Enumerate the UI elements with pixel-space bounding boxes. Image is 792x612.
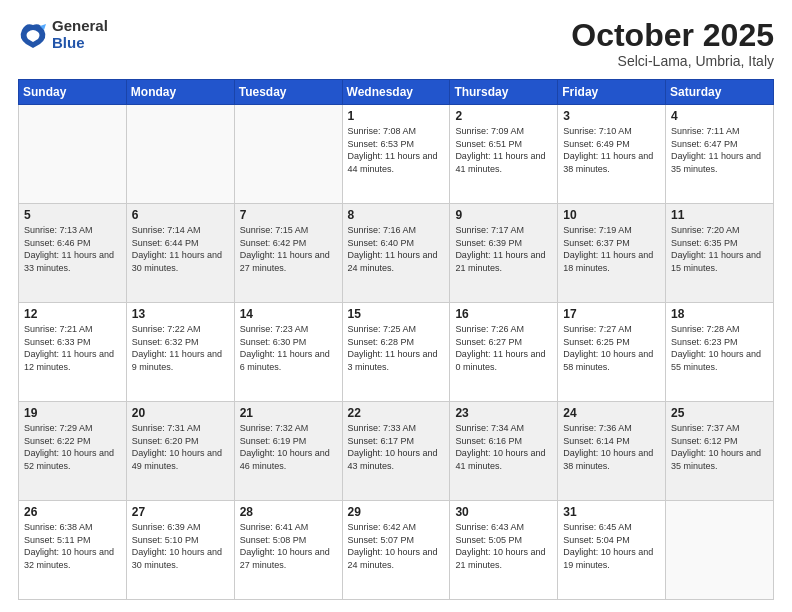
day-info: Sunrise: 7:37 AM Sunset: 6:12 PM Dayligh… <box>671 422 768 472</box>
day-number: 26 <box>24 505 121 519</box>
table-row: 16Sunrise: 7:26 AM Sunset: 6:27 PM Dayli… <box>450 303 558 402</box>
day-info: Sunrise: 7:21 AM Sunset: 6:33 PM Dayligh… <box>24 323 121 373</box>
day-info: Sunrise: 7:20 AM Sunset: 6:35 PM Dayligh… <box>671 224 768 274</box>
location-text: Selci-Lama, Umbria, Italy <box>571 53 774 69</box>
table-row: 20Sunrise: 7:31 AM Sunset: 6:20 PM Dayli… <box>126 402 234 501</box>
day-info: Sunrise: 6:45 AM Sunset: 5:04 PM Dayligh… <box>563 521 660 571</box>
day-info: Sunrise: 7:33 AM Sunset: 6:17 PM Dayligh… <box>348 422 445 472</box>
day-number: 2 <box>455 109 552 123</box>
day-info: Sunrise: 7:13 AM Sunset: 6:46 PM Dayligh… <box>24 224 121 274</box>
day-info: Sunrise: 6:38 AM Sunset: 5:11 PM Dayligh… <box>24 521 121 571</box>
day-number: 22 <box>348 406 445 420</box>
table-row: 18Sunrise: 7:28 AM Sunset: 6:23 PM Dayli… <box>666 303 774 402</box>
day-number: 19 <box>24 406 121 420</box>
day-number: 31 <box>563 505 660 519</box>
day-info: Sunrise: 7:09 AM Sunset: 6:51 PM Dayligh… <box>455 125 552 175</box>
day-number: 15 <box>348 307 445 321</box>
day-info: Sunrise: 7:26 AM Sunset: 6:27 PM Dayligh… <box>455 323 552 373</box>
day-info: Sunrise: 7:08 AM Sunset: 6:53 PM Dayligh… <box>348 125 445 175</box>
day-info: Sunrise: 7:14 AM Sunset: 6:44 PM Dayligh… <box>132 224 229 274</box>
table-row: 21Sunrise: 7:32 AM Sunset: 6:19 PM Dayli… <box>234 402 342 501</box>
logo: General Blue <box>18 18 108 51</box>
day-info: Sunrise: 7:29 AM Sunset: 6:22 PM Dayligh… <box>24 422 121 472</box>
table-row: 2Sunrise: 7:09 AM Sunset: 6:51 PM Daylig… <box>450 105 558 204</box>
day-number: 16 <box>455 307 552 321</box>
table-row <box>234 105 342 204</box>
logo-general-text: General <box>52 18 108 35</box>
day-info: Sunrise: 7:17 AM Sunset: 6:39 PM Dayligh… <box>455 224 552 274</box>
table-row: 14Sunrise: 7:23 AM Sunset: 6:30 PM Dayli… <box>234 303 342 402</box>
day-number: 14 <box>240 307 337 321</box>
day-info: Sunrise: 7:34 AM Sunset: 6:16 PM Dayligh… <box>455 422 552 472</box>
day-info: Sunrise: 7:32 AM Sunset: 6:19 PM Dayligh… <box>240 422 337 472</box>
day-number: 17 <box>563 307 660 321</box>
page: General Blue October 2025 Selci-Lama, Um… <box>0 0 792 612</box>
day-number: 20 <box>132 406 229 420</box>
th-friday: Friday <box>558 80 666 105</box>
logo-icon <box>18 20 48 50</box>
day-number: 7 <box>240 208 337 222</box>
day-info: Sunrise: 7:11 AM Sunset: 6:47 PM Dayligh… <box>671 125 768 175</box>
table-row: 10Sunrise: 7:19 AM Sunset: 6:37 PM Dayli… <box>558 204 666 303</box>
table-row: 22Sunrise: 7:33 AM Sunset: 6:17 PM Dayli… <box>342 402 450 501</box>
table-row: 3Sunrise: 7:10 AM Sunset: 6:49 PM Daylig… <box>558 105 666 204</box>
day-number: 29 <box>348 505 445 519</box>
table-row: 29Sunrise: 6:42 AM Sunset: 5:07 PM Dayli… <box>342 501 450 600</box>
table-row: 30Sunrise: 6:43 AM Sunset: 5:05 PM Dayli… <box>450 501 558 600</box>
table-row <box>126 105 234 204</box>
day-number: 25 <box>671 406 768 420</box>
table-row: 8Sunrise: 7:16 AM Sunset: 6:40 PM Daylig… <box>342 204 450 303</box>
table-row: 27Sunrise: 6:39 AM Sunset: 5:10 PM Dayli… <box>126 501 234 600</box>
table-row: 13Sunrise: 7:22 AM Sunset: 6:32 PM Dayli… <box>126 303 234 402</box>
th-tuesday: Tuesday <box>234 80 342 105</box>
day-info: Sunrise: 7:19 AM Sunset: 6:37 PM Dayligh… <box>563 224 660 274</box>
day-info: Sunrise: 7:36 AM Sunset: 6:14 PM Dayligh… <box>563 422 660 472</box>
weekday-header-row: Sunday Monday Tuesday Wednesday Thursday… <box>19 80 774 105</box>
day-info: Sunrise: 6:41 AM Sunset: 5:08 PM Dayligh… <box>240 521 337 571</box>
table-row: 25Sunrise: 7:37 AM Sunset: 6:12 PM Dayli… <box>666 402 774 501</box>
table-row <box>666 501 774 600</box>
month-title: October 2025 <box>571 18 774 53</box>
table-row: 1Sunrise: 7:08 AM Sunset: 6:53 PM Daylig… <box>342 105 450 204</box>
th-saturday: Saturday <box>666 80 774 105</box>
day-number: 24 <box>563 406 660 420</box>
day-number: 12 <box>24 307 121 321</box>
header: General Blue October 2025 Selci-Lama, Um… <box>18 18 774 69</box>
table-row: 15Sunrise: 7:25 AM Sunset: 6:28 PM Dayli… <box>342 303 450 402</box>
table-row: 28Sunrise: 6:41 AM Sunset: 5:08 PM Dayli… <box>234 501 342 600</box>
table-row <box>19 105 127 204</box>
th-thursday: Thursday <box>450 80 558 105</box>
day-number: 1 <box>348 109 445 123</box>
calendar-week-row: 26Sunrise: 6:38 AM Sunset: 5:11 PM Dayli… <box>19 501 774 600</box>
calendar-week-row: 5Sunrise: 7:13 AM Sunset: 6:46 PM Daylig… <box>19 204 774 303</box>
day-number: 10 <box>563 208 660 222</box>
day-info: Sunrise: 7:23 AM Sunset: 6:30 PM Dayligh… <box>240 323 337 373</box>
table-row: 19Sunrise: 7:29 AM Sunset: 6:22 PM Dayli… <box>19 402 127 501</box>
day-number: 8 <box>348 208 445 222</box>
title-block: October 2025 Selci-Lama, Umbria, Italy <box>571 18 774 69</box>
day-info: Sunrise: 7:16 AM Sunset: 6:40 PM Dayligh… <box>348 224 445 274</box>
table-row: 11Sunrise: 7:20 AM Sunset: 6:35 PM Dayli… <box>666 204 774 303</box>
day-number: 23 <box>455 406 552 420</box>
day-info: Sunrise: 7:25 AM Sunset: 6:28 PM Dayligh… <box>348 323 445 373</box>
day-number: 27 <box>132 505 229 519</box>
day-number: 3 <box>563 109 660 123</box>
day-info: Sunrise: 7:27 AM Sunset: 6:25 PM Dayligh… <box>563 323 660 373</box>
calendar-week-row: 1Sunrise: 7:08 AM Sunset: 6:53 PM Daylig… <box>19 105 774 204</box>
day-number: 28 <box>240 505 337 519</box>
day-number: 21 <box>240 406 337 420</box>
th-sunday: Sunday <box>19 80 127 105</box>
day-info: Sunrise: 6:39 AM Sunset: 5:10 PM Dayligh… <box>132 521 229 571</box>
day-number: 6 <box>132 208 229 222</box>
calendar-table: Sunday Monday Tuesday Wednesday Thursday… <box>18 79 774 600</box>
table-row: 5Sunrise: 7:13 AM Sunset: 6:46 PM Daylig… <box>19 204 127 303</box>
day-info: Sunrise: 7:28 AM Sunset: 6:23 PM Dayligh… <box>671 323 768 373</box>
table-row: 17Sunrise: 7:27 AM Sunset: 6:25 PM Dayli… <box>558 303 666 402</box>
table-row: 7Sunrise: 7:15 AM Sunset: 6:42 PM Daylig… <box>234 204 342 303</box>
table-row: 23Sunrise: 7:34 AM Sunset: 6:16 PM Dayli… <box>450 402 558 501</box>
day-number: 18 <box>671 307 768 321</box>
day-info: Sunrise: 6:43 AM Sunset: 5:05 PM Dayligh… <box>455 521 552 571</box>
day-info: Sunrise: 7:31 AM Sunset: 6:20 PM Dayligh… <box>132 422 229 472</box>
table-row: 9Sunrise: 7:17 AM Sunset: 6:39 PM Daylig… <box>450 204 558 303</box>
day-number: 30 <box>455 505 552 519</box>
